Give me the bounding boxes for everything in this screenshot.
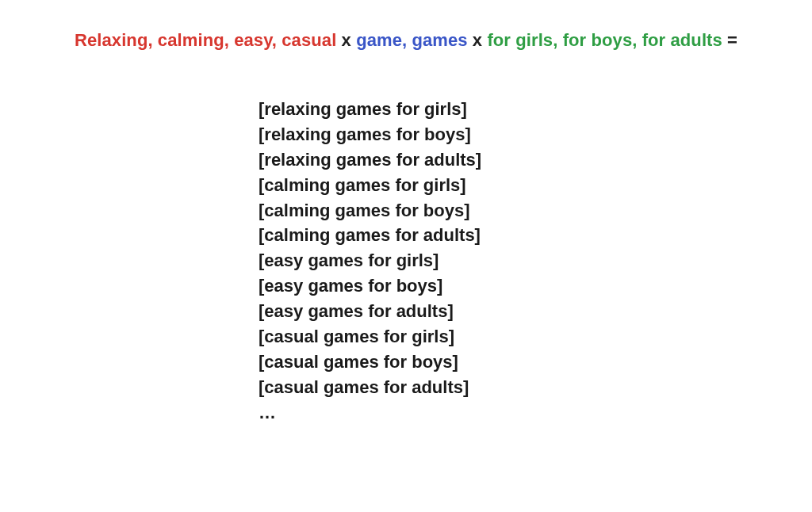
multiply-separator-2: x xyxy=(468,30,488,50)
list-item: [calming games for boys] xyxy=(259,198,481,224)
list-item: [calming games for adults] xyxy=(259,223,481,248)
formula-group-nouns: game, games xyxy=(356,30,468,50)
list-item: [relaxing games for boys] xyxy=(259,122,481,147)
formula-group-adjectives: Relaxing, calming, easy, casual xyxy=(75,30,336,50)
formula-group-audience: for girls, for boys, for adults xyxy=(487,30,722,50)
list-item: [easy games for boys] xyxy=(259,273,481,299)
list-item: [casual games for adults] xyxy=(259,375,481,400)
list-item: [easy games for girls] xyxy=(259,248,481,273)
list-item: [relaxing games for girls] xyxy=(259,97,481,122)
list-item: [casual games for boys] xyxy=(259,350,481,375)
list-item: [calming games for girls] xyxy=(259,173,481,198)
equals-sign: = xyxy=(722,30,737,50)
list-item: [casual games for girls] xyxy=(259,324,481,350)
keyword-results-list: [relaxing games for girls] [relaxing gam… xyxy=(259,97,481,426)
list-item: [easy games for adults] xyxy=(259,299,481,324)
multiply-separator-1: x xyxy=(336,30,356,50)
list-item: [relaxing games for adults] xyxy=(259,147,481,173)
keyword-formula: Relaxing, calming, easy, casual x game, … xyxy=(0,30,812,51)
list-item-ellipsis: … xyxy=(259,400,481,426)
